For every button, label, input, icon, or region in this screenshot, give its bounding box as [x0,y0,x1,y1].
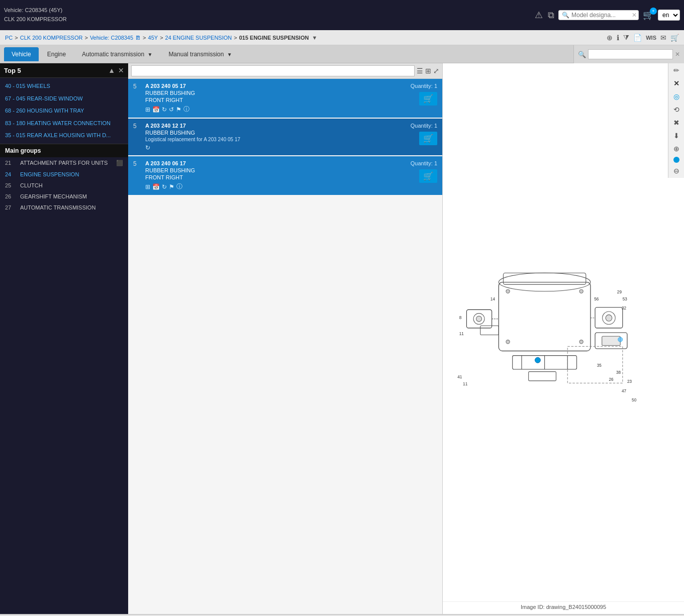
model-search-input[interactable] [571,12,632,19]
info-icon-3[interactable]: ⓘ [176,182,182,191]
mail-icon[interactable]: ✉ [660,34,666,42]
part-info-2: A 203 240 12 17 RUBBER BUSHING Logistica… [145,123,407,151]
breadcrumb-engine-suspension[interactable]: 24 ENGINE SUSPENSION [165,35,232,41]
part-code-3: A 203 240 06 17 [145,160,407,166]
svg-rect-2 [503,273,585,284]
breadcrumb-45y[interactable]: 45Y [148,35,158,41]
nav-search-clear[interactable]: ✕ [675,51,680,58]
info-icon[interactable]: ℹ [617,34,619,42]
refresh-icon-1b[interactable]: ↺ [169,106,174,113]
cart-btn-1[interactable]: 🛒 [419,92,437,106]
svg-rect-25 [567,346,623,383]
top-bar: Vehicle: C208345 (45Y) CLK 200 KOMPRESSO… [0,0,684,30]
top5-collapse[interactable]: ▲ [108,66,115,74]
grid-view-icon[interactable]: ⊞ [425,67,431,75]
parts-list: 5 A 203 240 05 17 RUBBER BUSHING FRONT R… [128,79,442,614]
part-name-1: RUBBER BUSHING [145,90,407,96]
breadcrumb-dropdown-icon[interactable]: ▼ [312,35,317,41]
cart-btn-2[interactable]: 🛒 [419,132,437,145]
document-icon[interactable]: 📄 [633,34,642,42]
cart-btn-3[interactable]: 🛒 [419,169,437,183]
model-search-bar[interactable]: 🔍 ✕ [558,10,639,20]
breadcrumb-tools: ⊕ ℹ ⧩ 📄 WIS ✉ 🛒 [607,33,679,42]
zoom-in-icon[interactable]: ⊕ [607,34,613,42]
target-icon[interactable]: ◎ [672,91,680,101]
breadcrumb-pc[interactable]: PC [5,35,13,41]
group-item-27[interactable]: 27 AUTOMATIC TRANSMISSION [0,202,128,213]
label-14: 14 [491,297,496,301]
part-info-3: A 203 240 06 17 RUBBER BUSHING FRONT RIG… [145,160,407,191]
diagram-area: 8 11 14 56 29 53 32 35 26 38 47 23 50 41… [443,63,684,601]
cart-icon-wrap[interactable]: 🛒 + [643,10,654,21]
table-icon-3[interactable]: ⊞ [145,183,150,190]
flag-icon-3[interactable]: ⚑ [169,183,174,190]
warning-icon[interactable]: ⚠ [535,10,543,21]
right-panel: ✏ ✕ ◎ ⟲ ✖ ⬇ ⊕ ⊖ [443,63,684,614]
group-item-24[interactable]: 24 ENGINE SUSPENSION [0,169,128,180]
part-name-3: RUBBER BUSHING [145,167,407,173]
copy-icon[interactable]: ⧉ [548,10,554,21]
top5-item-2[interactable]: 67 - 045 REAR-SIDE WINDOW [0,92,128,105]
svg-point-23 [535,357,540,363]
breadcrumb-nav: PC > CLK 200 KOMPRESSOR > Vehicle: C2083… [5,35,317,41]
top5-item-3[interactable]: 68 - 260 HOUSING WITH TRAY [0,105,128,117]
filter-icon[interactable]: ⧩ [623,33,629,42]
group-item-26[interactable]: 26 GEARSHIFT MECHANISM [0,191,128,202]
download-icon[interactable]: ⬇ [672,131,680,141]
part-item-1[interactable]: 5 A 203 240 05 17 RUBBER BUSHING FRONT R… [128,79,442,118]
refresh-icon-3[interactable]: ↻ [162,183,167,190]
part-actions-2: ↻ [145,144,407,151]
part-item-3[interactable]: 5 A 203 240 06 17 RUBBER BUSHING FRONT R… [128,156,442,195]
tab-vehicle[interactable]: Vehicle [4,47,39,61]
group-item-25[interactable]: 25 CLUTCH [0,180,128,191]
breadcrumb-clk[interactable]: CLK 200 KOMPRESSOR [20,35,83,41]
edit-diagram-icon[interactable]: ✏ [672,65,680,75]
language-select[interactable]: en [658,10,680,21]
bc-sep3: > [143,35,146,41]
center-search-input[interactable] [131,65,415,76]
part-qty-2: Quantity: 1 🛒 [411,123,437,145]
calendar-icon-1[interactable]: 📅 [152,106,160,113]
vehicle-info: Vehicle: C208345 (45Y) CLK 200 KOMPRESSO… [4,6,67,24]
cart-bc-icon[interactable]: 🛒 [670,34,679,42]
top5-close[interactable]: ✕ [118,66,124,74]
flag-icon-1[interactable]: ⚑ [176,106,181,113]
clear-search-icon[interactable]: ✕ [632,12,637,19]
svg-rect-0 [499,282,591,351]
top5-title: Top 5 [4,67,21,74]
calendar-icon-3[interactable]: 📅 [152,183,160,190]
expand-icon[interactable]: ⤢ [433,67,439,75]
bc-sep4: > [160,35,163,41]
top5-item-1[interactable]: 40 - 015 WHEELS [0,80,128,92]
group-item-21[interactable]: 21 ATTACHMENT PARTS FOR UNITS ⬛ [0,157,128,169]
table-icon-1[interactable]: ⊞ [145,106,150,113]
top5-item-5[interactable]: 35 - 015 REAR AXLE HOUSING WITH D... [0,129,128,142]
svg-point-5 [476,316,482,322]
svg-point-15 [506,340,510,343]
tab-manual-transmission[interactable]: Manual transmission ▼ [161,47,239,61]
bc-vehicle-icon[interactable]: 🖹 [135,35,141,41]
refresh-icon-2[interactable]: ↻ [145,144,150,151]
zoom-out-right-icon[interactable]: ⊖ [672,166,680,176]
part-sub-1: FRONT RIGHT [145,97,407,103]
info-icon-1[interactable]: ⓘ [183,105,189,114]
label-53: 53 [623,297,628,301]
tab-engine[interactable]: Engine [40,47,73,61]
zoom-in-right-icon[interactable]: ⊕ [672,144,680,154]
group-label-27: AUTOMATIC TRANSMISSION [20,204,123,211]
vehicle-line2: CLK 200 KOMPRESSOR [4,15,67,24]
refresh-icon-1a[interactable]: ↻ [162,106,167,113]
part-item-2[interactable]: 5 A 203 240 12 17 RUBBER BUSHING Logisti… [128,119,442,155]
breadcrumb-vehicle[interactable]: Vehicle: C208345 [90,35,133,41]
list-view-icon[interactable]: ☰ [417,67,423,75]
cross-icon[interactable]: ✖ [672,118,680,128]
history-icon[interactable]: ⟲ [672,105,680,115]
nav-search-input[interactable] [588,49,673,59]
cart-badge: + [650,8,657,15]
label-32: 32 [622,306,627,311]
close-diagram-icon[interactable]: ✕ [672,78,680,88]
qty-label-3: Quantity: 1 [411,160,437,166]
top5-item-4[interactable]: 83 - 180 HEATING WATER CONNECTION [0,117,128,130]
wis-icon[interactable]: WIS [646,35,656,41]
tab-automatic-transmission[interactable]: Automatic transmission ▼ [74,47,160,61]
